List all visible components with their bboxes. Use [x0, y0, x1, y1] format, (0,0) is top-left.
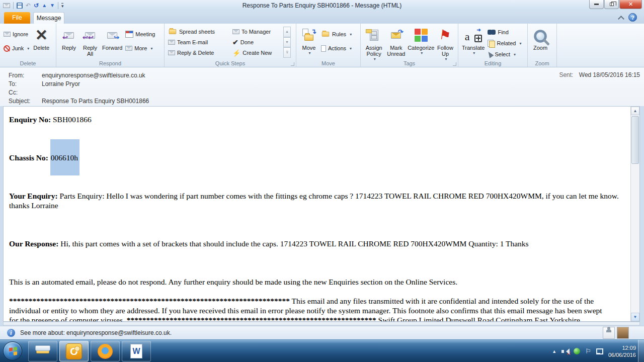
quickstep-to-manager[interactable]: To Manager [231, 27, 281, 37]
follow-up-button[interactable]: ⚑ Follow Up [435, 25, 456, 61]
find-button[interactable]: Find [486, 27, 523, 37]
translate-button[interactable]: a➜ Translate [460, 25, 486, 55]
message-body[interactable]: Enquiry No: SBH001866 Chassis No: 006610… [3, 106, 640, 322]
quickstep-create-new[interactable]: ⚡ Create New [231, 48, 281, 58]
find-icon [488, 30, 496, 35]
avatar[interactable] [603, 327, 615, 339]
taskbar-firefox-button[interactable] [91, 341, 120, 361]
scrollbar-up-icon[interactable]: ▲ [631, 107, 639, 115]
message-text: Enquiry No: SBH001866 Chassis No: 006610… [4, 107, 630, 321]
vertical-scrollbar[interactable]: ▲ ▼ [630, 107, 639, 321]
group-editing: a➜ Translate Find Related Select Editing [458, 24, 528, 67]
forward-icon: ↪ [107, 32, 117, 39]
save-icon[interactable] [17, 3, 23, 9]
group-tags: Assign Policy ↷ Mark Unread Categorize ⚑… [361, 24, 458, 67]
taskbar-explorer-button[interactable] [28, 341, 57, 361]
people-pane-splitter[interactable] [3, 322, 640, 326]
tags-dialog-launcher[interactable] [453, 62, 456, 66]
status-dot-icon[interactable] [574, 348, 580, 354]
quick-steps-dialog-launcher[interactable] [291, 62, 294, 66]
start-button[interactable] [3, 341, 22, 360]
translate-icon: a➜ [465, 28, 482, 42]
sent-value: Wed 18/05/2016 16:15 [579, 71, 640, 78]
zoom-button[interactable]: Zoom [530, 25, 551, 51]
previous-item-icon[interactable]: ▲ [42, 3, 47, 8]
action-center-flag-icon[interactable]: ⚐ [585, 347, 591, 355]
avatar[interactable] [617, 327, 629, 339]
restore-button[interactable] [604, 0, 619, 9]
scrollbar-thumb[interactable] [631, 116, 639, 164]
status-bar: i See more about: enquirynoresponse@swif… [0, 326, 644, 339]
select-button[interactable]: Select [486, 49, 523, 59]
actions-button[interactable]: Actions [319, 43, 353, 53]
rules-button[interactable]: Rules [319, 29, 353, 39]
to-value: Lorraine Pryor [42, 80, 80, 88]
categorize-button[interactable]: Categorize [408, 25, 435, 55]
mark-unread-button[interactable]: ↷ Mark Unread [385, 25, 407, 57]
tab-file[interactable]: File [4, 12, 30, 24]
overflow-icon[interactable]: ⊽ [283, 47, 291, 58]
more-button[interactable]: More [124, 43, 156, 53]
taskbar-clock[interactable]: 12:09 06/06/2016 [608, 344, 636, 358]
redo-icon[interactable]: ↺ [34, 3, 39, 9]
reply-all-button[interactable]: ↩↩ Reply All [79, 25, 101, 57]
show-desktop-button[interactable] [638, 340, 644, 362]
show-hidden-icons-icon[interactable]: ▲ [552, 349, 556, 354]
quickstep-team-email[interactable]: Team E-mail [167, 37, 231, 47]
scrollbar-down-icon[interactable]: ▼ [631, 313, 639, 321]
header-from-row: From: enquirynoresponse@swiftleisure.co.… [9, 71, 640, 80]
meeting-button[interactable]: Meeting [124, 29, 156, 39]
select-cursor-icon [487, 50, 494, 58]
people-pane-avatars [603, 327, 629, 339]
from-label: From: [9, 71, 42, 80]
junk-icon [4, 45, 10, 52]
enquiry-no-line: Enquiry No: SBH001866 [9, 115, 624, 124]
move-button[interactable]: ↴ Move [298, 25, 319, 55]
clock-date: 06/06/2016 [608, 351, 636, 358]
quickstep-reply-delete[interactable]: Reply & Delete [167, 48, 231, 58]
tab-message[interactable]: Message [33, 12, 64, 24]
to-manager-icon [232, 29, 239, 34]
message-header-panel: From: enquirynoresponse@swiftleisure.co.… [0, 67, 644, 106]
message-icon [3, 3, 10, 8]
reply-button[interactable]: ↩ Reply [58, 25, 79, 51]
group-quick-steps: Spread sheets Team E-mail Reply & Delete [165, 24, 296, 67]
checkmark-icon: ✔ [232, 39, 238, 46]
window-title: Response To Parts Enquiry SBH001866 - Me… [101, 2, 543, 9]
ignore-icon [4, 32, 11, 37]
customize-qat-icon[interactable]: ▾ [61, 3, 64, 8]
help-icon[interactable]: ? [628, 13, 637, 22]
close-button[interactable]: ✕ [619, 0, 642, 9]
forward-button[interactable]: ↪ Forward [101, 25, 124, 51]
explorer-icon [35, 345, 50, 357]
system-tray: ▲ ✕ ⚐ 12:09 06/06/2016 [552, 340, 636, 362]
group-move: ↴ Move Rules Actions Move [296, 24, 361, 67]
taskbar-word-button[interactable]: W [122, 341, 151, 361]
taskbar-outlook-button[interactable]: O [59, 341, 89, 361]
junk-button[interactable]: Junk [2, 43, 31, 53]
team-email-icon [168, 40, 175, 45]
quickstep-spread-sheets[interactable]: Spread sheets [167, 27, 231, 37]
windows-logo-icon [9, 347, 17, 356]
volume-muted-icon[interactable]: ✕ [561, 348, 569, 354]
taskbar: O W ▲ ✕ ⚐ 12:09 06/06/2016 [0, 339, 644, 362]
ribbon-spacer [557, 24, 644, 67]
next-item-icon[interactable]: ▼ [50, 3, 55, 8]
more-respond-icon [125, 46, 132, 51]
undo-icon[interactable]: ↶ [26, 3, 31, 9]
divider [58, 2, 58, 9]
assign-policy-button[interactable]: Assign Policy [363, 25, 385, 61]
quickstep-done[interactable]: ✔ Done [231, 37, 281, 47]
collapse-ribbon-icon[interactable] [618, 15, 624, 19]
ignore-button[interactable]: Ignore [2, 29, 31, 39]
minimize-button[interactable] [589, 0, 604, 9]
reply-all-icon: ↩↩ [85, 32, 95, 39]
related-button[interactable]: Related [486, 38, 523, 48]
delete-button[interactable]: ✕ Delete [31, 25, 52, 51]
quick-access-toolbar: ↶ ↺ ▲ ▼ ▾ [3, 1, 63, 10]
network-icon[interactable] [596, 348, 603, 354]
scroll-up-icon[interactable]: ▲ [283, 27, 291, 37]
categorize-icon [415, 29, 428, 42]
chassis-no-line: Chassis No: 006610h [9, 153, 624, 162]
scroll-down-icon[interactable]: ▼ [283, 37, 291, 48]
